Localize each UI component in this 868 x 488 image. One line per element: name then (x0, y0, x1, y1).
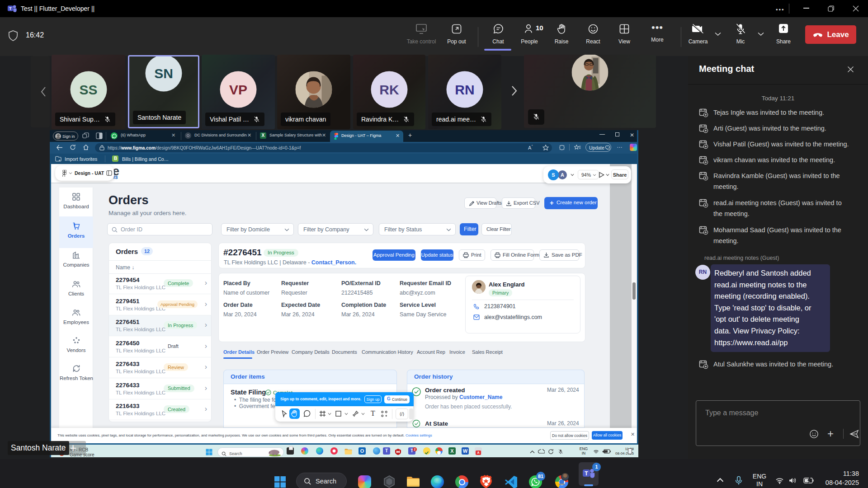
svg-text:T: T (9, 6, 12, 11)
svg-text:T: T (585, 470, 588, 477)
